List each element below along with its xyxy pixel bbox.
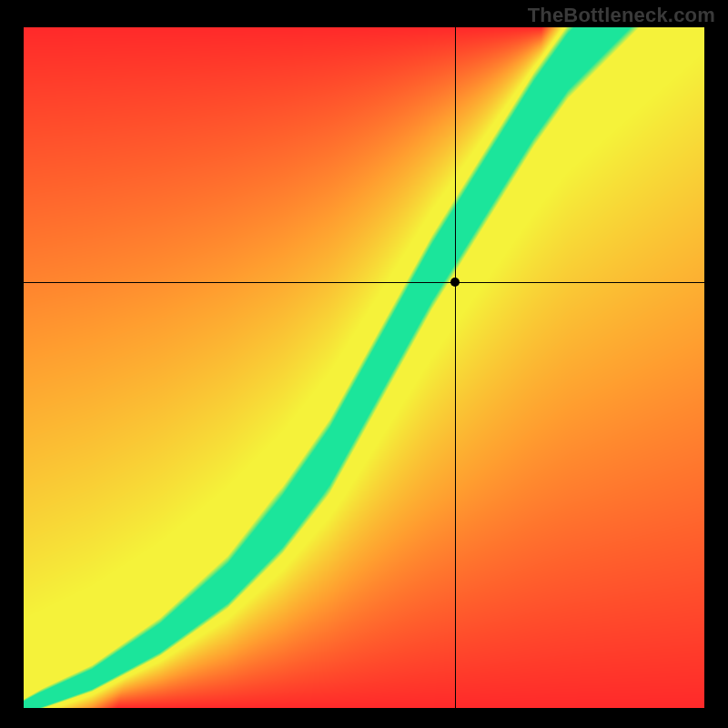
- watermark-text: TheBottleneck.com: [528, 4, 715, 27]
- chart-frame: TheBottleneck.com: [0, 0, 728, 728]
- plot-area: [24, 27, 704, 708]
- selection-marker: [450, 278, 460, 287]
- crosshair-horizontal: [24, 282, 704, 283]
- heatmap-canvas: [24, 27, 704, 708]
- crosshair-vertical: [455, 27, 456, 708]
